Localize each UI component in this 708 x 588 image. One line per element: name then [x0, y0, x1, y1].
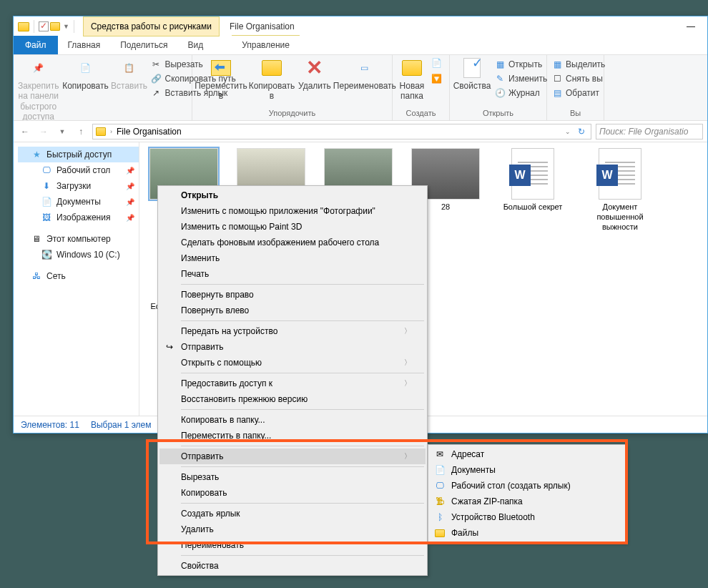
history-button[interactable]: 🕘Журнал	[494, 87, 547, 99]
ctx-edit[interactable]: Изменить	[159, 250, 426, 266]
pin-icon: 📌	[126, 214, 134, 222]
open-button[interactable]: ▦Открыть	[494, 58, 547, 71]
folder-icon	[402, 60, 422, 76]
recent-dropdown[interactable]: ▼	[55, 124, 69, 139]
sidebar-item-quickaccess[interactable]: ★Быстрый доступ	[18, 147, 139, 162]
file-tab[interactable]: Файл	[14, 36, 58, 54]
sidebar-item-drive[interactable]: 💽Windows 10 (C:)	[18, 247, 139, 263]
chevron-right-icon: 〉	[404, 326, 411, 336]
pictures-icon: 🖼	[41, 212, 52, 223]
sendto-documents[interactable]: 📄Документы	[430, 462, 624, 478]
tab-manage[interactable]: Управление	[232, 35, 300, 54]
back-button[interactable]: ←	[18, 124, 32, 139]
zip-icon: 🗜	[434, 496, 446, 507]
ctx-movetofolder[interactable]: Переместить в папку...	[159, 428, 426, 444]
mail-icon: ✉	[434, 449, 446, 460]
paste-button: 📋 Вставить	[112, 57, 146, 91]
ctx-shortcut[interactable]: Создать ярлык	[159, 506, 426, 521]
context-tab-zone: Средства работы с рисунками	[83, 16, 220, 36]
refresh-button[interactable]: ↻	[578, 127, 585, 137]
folder-icon[interactable]	[50, 22, 60, 31]
sidebar-item-documents[interactable]: 📄Документы📌	[18, 194, 139, 210]
ctx-copy[interactable]: Копировать	[159, 485, 426, 501]
ctx-properties[interactable]: Свойства	[159, 558, 426, 574]
ctx-sendto[interactable]: Отправить〉	[159, 449, 426, 464]
ctx-edit-photos[interactable]: Изменить с помощью приложения "Фотографи…	[159, 203, 426, 219]
selectall-button[interactable]: ▦Выделить	[551, 58, 605, 71]
delete-button[interactable]: ✕Удалить	[298, 57, 331, 91]
ctx-rotate-left[interactable]: Повернуть влево	[159, 303, 426, 318]
folder-icon	[434, 527, 446, 539]
copyto-button[interactable]: Копировать в	[250, 57, 294, 102]
qat-check-icon[interactable]	[39, 21, 49, 31]
breadcrumb[interactable]: File Organisation	[117, 127, 182, 137]
sidebar-item-desktop[interactable]: 🖵Рабочий стол📌	[18, 162, 139, 178]
chevron-right-icon: 〉	[404, 378, 411, 388]
up-button[interactable]: ↑	[74, 124, 88, 139]
shortcut-icon: ↗	[150, 87, 162, 99]
ctx-share[interactable]: ↪Отправить	[159, 339, 426, 355]
tab-view[interactable]: Вид	[177, 36, 213, 54]
sidebar-item-network[interactable]: 🖧Сеть	[18, 268, 139, 284]
bluetooth-icon: ᛒ	[434, 511, 446, 523]
easyaccess-icon[interactable]: 🔽	[431, 74, 442, 84]
ctx-openwith[interactable]: Открыть с помощью〉	[159, 355, 426, 371]
window-title: File Organisation	[230, 21, 295, 31]
search-input[interactable]: Поиск: File Organisatio	[596, 124, 703, 139]
rename-button[interactable]: ▭Переименовать	[335, 57, 394, 91]
selectnone-button[interactable]: ☐Снять вы	[551, 72, 605, 85]
chevron-right-icon: 〉	[404, 358, 411, 368]
file-item[interactable]: Большой секрет	[497, 148, 569, 232]
selectnone-icon: ☐	[551, 73, 563, 84]
ctx-rotate-right[interactable]: Повернуть вправо	[159, 287, 426, 303]
pin-button: 📌 Закрепить на панели быстрого доступа	[18, 57, 59, 121]
ctx-paint3d[interactable]: Изменить с помощью Paint 3D	[159, 219, 426, 235]
move-icon	[211, 60, 231, 76]
qat-dropdown-icon[interactable]: ▼	[63, 23, 69, 30]
ctx-copytofolder[interactable]: Копировать в папку...	[159, 412, 426, 428]
sendto-bluetooth[interactable]: ᛒУстройство Bluetooth	[430, 509, 624, 525]
ctx-wallpaper[interactable]: Сделать фоновым изображением рабочего ст…	[159, 235, 426, 250]
edit-button[interactable]: ✎Изменить	[494, 72, 547, 85]
moveto-button[interactable]: Переместить в	[197, 57, 245, 102]
ctx-print[interactable]: Печать	[159, 266, 426, 282]
ctx-cut[interactable]: Вырезать	[159, 469, 426, 485]
newitem-icon[interactable]: 📄	[431, 58, 442, 68]
ribbon: 📌 Закрепить на панели быстрого доступа 📄…	[14, 55, 707, 121]
folder-icon	[96, 127, 106, 136]
tab-share[interactable]: Поделиться	[110, 36, 177, 54]
rename-icon: ▭	[353, 57, 376, 79]
ctx-giveaccess[interactable]: Предоставить доступ к〉	[159, 376, 426, 391]
paste-icon: 📋	[117, 57, 140, 79]
newfolder-button[interactable]: Новая папка	[397, 57, 427, 102]
ctx-cast[interactable]: Передать на устройство〉	[159, 323, 426, 339]
invertselection-button[interactable]: ▤Обратит	[551, 87, 605, 99]
ribbon-tabs: Файл Главная Поделиться Вид Управление	[14, 36, 707, 55]
ctx-restore[interactable]: Восстановить прежнюю версию	[159, 391, 426, 407]
addr-dropdown-icon[interactable]: ⌄	[565, 128, 571, 135]
documents-icon: 📄	[41, 196, 52, 207]
forward-button[interactable]: →	[36, 124, 51, 139]
download-icon: ⬇	[41, 180, 52, 192]
copy-button[interactable]: 📄 Копировать	[63, 57, 107, 91]
file-item[interactable]: Документ повышенной выжности	[584, 148, 656, 232]
minimize-button[interactable]: —	[674, 16, 707, 36]
address-bar[interactable]: › File Organisation ⌄ ↻	[92, 124, 591, 139]
delete-icon: ✕	[306, 56, 323, 80]
ctx-open[interactable]: Открыть	[159, 187, 426, 203]
sendto-submenu: ✉Адресат 📄Документы 🖵Рабочий стол (созда…	[428, 444, 626, 543]
properties-button[interactable]: Свойства	[454, 57, 490, 91]
ctx-delete[interactable]: Удалить	[159, 521, 426, 537]
sidebar-item-thispc[interactable]: 🖥Этот компьютер	[18, 231, 139, 247]
sendto-desktop[interactable]: 🖵Рабочий стол (создать ярлык)	[430, 478, 624, 494]
folder-icon	[18, 22, 29, 31]
sidebar-item-pictures[interactable]: 🖼Изображения📌	[18, 210, 139, 225]
sendto-zip[interactable]: 🗜Сжатая ZIP-папка	[430, 494, 624, 509]
sendto-recipient[interactable]: ✉Адресат	[430, 446, 624, 462]
pc-icon: 🖥	[31, 233, 42, 245]
tab-home[interactable]: Главная	[58, 36, 111, 54]
network-icon: 🖧	[31, 270, 42, 282]
sidebar-item-downloads[interactable]: ⬇Загрузки📌	[18, 178, 139, 194]
ctx-rename[interactable]: Переименовать	[159, 537, 426, 553]
sendto-files[interactable]: Файлы	[430, 525, 624, 541]
